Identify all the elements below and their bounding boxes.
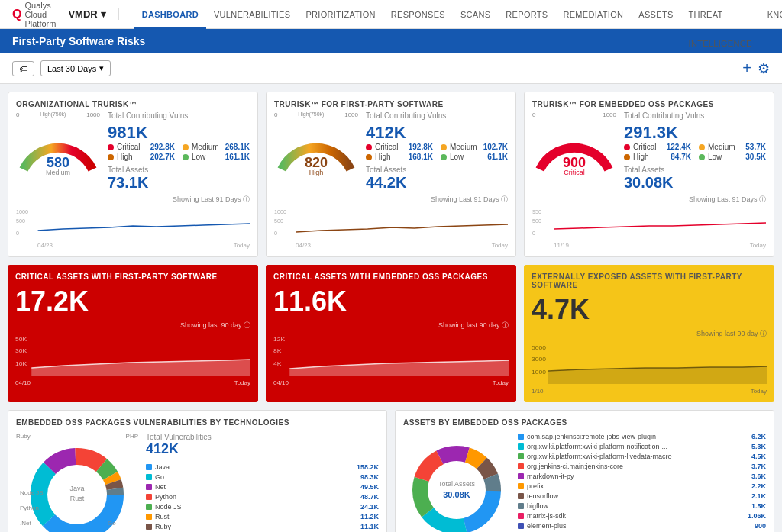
assets-oss-card: ASSETS BY EMBEDDED OSS PACKAGES <box>395 410 774 532</box>
external-first-title: EXTERNALLY EXPOSED ASSETS WITH FIRST-PAR… <box>532 272 767 289</box>
critical-oss-title: CRITICAL ASSETS WITH EMBEDDED OSS PACKAG… <box>273 272 509 281</box>
nav-item-responses[interactable]: RESPONSES <box>383 0 453 29</box>
fp-total-vulns-label: Total Contributing Vulns <box>366 111 508 120</box>
svg-text:50K: 50K <box>15 336 27 343</box>
total-vuln-val: 412K <box>146 441 379 457</box>
filter-actions: + ⚙ <box>742 60 770 77</box>
list-item: tensorflow2.1K <box>518 492 766 500</box>
list-item: org.xwiki.platform:xwiki-platform-liveda… <box>518 453 766 460</box>
oss-total-vulns-label: Total Contributing Vulns <box>624 111 766 120</box>
nav-item-scans[interactable]: SCANS <box>453 0 498 29</box>
fp-total-assets-label: Total Assets <box>366 166 508 174</box>
list-item: bigflow1.5K <box>518 502 766 510</box>
nav-item-threat-intelligence[interactable]: THREAT INTELLIGENCE <box>681 0 760 29</box>
svg-text:500: 500 <box>16 218 25 224</box>
legend-item: Go98.3K <box>146 473 379 481</box>
bottom-section: EMBEDDED OSS PACKAGES VULNERABILITIES BY… <box>8 410 774 532</box>
svg-text:0: 0 <box>16 231 19 236</box>
blue-bar: First-Party Software Risks <box>0 29 782 53</box>
external-first-value: 4.7K <box>532 294 767 326</box>
critical-oss-card: CRITICAL ASSETS WITH EMBEDDED OSS PACKAG… <box>266 265 516 402</box>
org-total-assets: 73.1K <box>108 174 250 192</box>
date-label: Last 30 Days <box>47 64 96 73</box>
list-item: matrix-js-sdk1.06K <box>518 512 766 520</box>
svg-text:1000: 1000 <box>274 209 286 214</box>
list-item: element-plus900 <box>518 522 766 530</box>
critical-first-party-card: CRITICAL ASSETS WITH FIRST-PARTY SOFTWAR… <box>8 265 258 402</box>
total-vuln-label: Total Vulnerabilities <box>146 433 379 441</box>
svg-text:8K: 8K <box>273 347 282 354</box>
org-trurisk-card: ORGANIZATIONAL TruRisk™ 0High(750k)1000 <box>8 92 258 257</box>
settings-button[interactable]: ⚙ <box>758 60 770 77</box>
oss-title: TruRisk™ FOR EMBEDDED OSS PACKAGES <box>532 100 766 108</box>
nav-item-reports[interactable]: REPORTS <box>498 0 555 29</box>
first-party-title: TruRisk™ FOR FIRST-PARTY SOFTWARE <box>274 100 508 108</box>
nav-item-vulnerabilities[interactable]: VULNERABILITIES <box>206 0 298 29</box>
svg-text:820: 820 <box>305 155 328 170</box>
page-title: First-Party Software Risks <box>12 35 145 47</box>
logo-q: Q <box>12 8 21 21</box>
list-item: markdown-it-py3.6K <box>518 472 766 480</box>
legend-item: Python48.7K <box>146 493 379 501</box>
oss-total-assets: 30.08K <box>624 174 766 192</box>
nav-item-assets[interactable]: ASSETS <box>631 0 680 29</box>
main-content: ORGANIZATIONAL TruRisk™ 0High(750k)1000 <box>0 84 782 532</box>
org-trurisk-title: ORGANIZATIONAL TruRisk™ <box>16 100 250 108</box>
add-widget-button[interactable]: + <box>742 60 751 77</box>
svg-text:High: High <box>309 169 324 176</box>
svg-text:Go: Go <box>108 520 116 527</box>
list-item: com.sap.jenkinsci:remote-jobs-view-plugi… <box>518 433 766 440</box>
legend-item: Ruby11.1K <box>146 523 379 530</box>
external-showing: Showing last 90 day ⓘ <box>532 329 767 339</box>
svg-text:Rust: Rust <box>70 495 85 502</box>
chevron-down-icon: ▾ <box>99 63 104 73</box>
svg-text:900: 900 <box>563 155 586 170</box>
legend-item: Net49.5K <box>146 483 379 491</box>
top-cards-row: ORGANIZATIONAL TruRisk™ 0High(750k)1000 <box>8 92 774 257</box>
legend-item: Rust11.2K <box>146 513 379 521</box>
legend-item: Java158.2K <box>146 463 379 471</box>
svg-text:Total Assets: Total Assets <box>438 480 476 488</box>
critical-oss-value: 11.6K <box>273 285 509 318</box>
org-total-assets-label: Total Assets <box>108 166 250 174</box>
tag-icon: 🏷 <box>19 64 27 73</box>
critical-first-showing: Showing last 90 day ⓘ <box>15 321 250 330</box>
svg-text:12K: 12K <box>273 336 286 343</box>
svg-text:500: 500 <box>532 218 541 224</box>
nav-item-prioritization[interactable]: PRIORITIZATION <box>298 0 383 29</box>
svg-text:500: 500 <box>274 218 283 224</box>
svg-text:4K: 4K <box>273 360 282 367</box>
date-filter-button[interactable]: Last 30 Days ▾ <box>40 60 111 76</box>
nav-item-dashboard[interactable]: DASHBOARD <box>134 0 206 29</box>
svg-text:3000: 3000 <box>532 356 546 363</box>
gauge-scale-label: 0High(750k)1000 <box>16 111 100 118</box>
svg-text:10K: 10K <box>15 360 27 367</box>
vmdr-selector[interactable]: VMDR ▾ <box>68 8 118 20</box>
vuln-tech-title: EMBEDDED OSS PACKAGES VULNERABILITIES BY… <box>16 418 379 427</box>
svg-text:Medium: Medium <box>46 169 70 176</box>
fp-total-vulns: 412K <box>366 123 508 143</box>
tag-filter-button[interactable]: 🏷 <box>12 61 34 76</box>
org-total-vulns: 981K <box>108 123 250 143</box>
nav-item-remediation[interactable]: REMEDIATION <box>555 0 631 29</box>
svg-text:Python: Python <box>20 505 39 511</box>
legend-item: Node JS24.1K <box>146 503 379 511</box>
svg-text:0: 0 <box>274 231 277 236</box>
fp-total-assets: 44.2K <box>366 174 508 192</box>
oss-trurisk-card: TruRisk™ FOR EMBEDDED OSS PACKAGES 01000… <box>524 92 774 257</box>
list-item: org.xwiki.platform:xwiki-platform-notifi… <box>518 443 766 450</box>
critical-oss-showing: Showing last 90 day ⓘ <box>273 321 509 330</box>
metric-cards-row: CRITICAL ASSETS WITH FIRST-PARTY SOFTWAR… <box>8 265 774 402</box>
vuln-tech-card: EMBEDDED OSS PACKAGES VULNERABILITIES BY… <box>8 410 387 532</box>
nav-item-knowledgebase[interactable]: KNOWLEDGEBASE <box>760 0 782 29</box>
list-item: org.jenkins-ci.main:jenkins-core3.7K <box>518 463 766 470</box>
external-first-card: EXTERNALLY EXPOSED ASSETS WITH FIRST-PAR… <box>524 265 774 402</box>
critical-first-title: CRITICAL ASSETS WITH FIRST-PARTY SOFTWAR… <box>15 272 250 281</box>
svg-text:5000: 5000 <box>532 344 546 351</box>
filter-bar: 🏷 Last 30 Days ▾ + ⚙ <box>0 53 782 84</box>
svg-text:950: 950 <box>532 209 541 214</box>
top-nav: Q Qualys Cloud Platform VMDR ▾ DASHBOARD… <box>0 0 782 29</box>
chevron-down-icon: ▾ <box>101 8 106 20</box>
svg-text:Java: Java <box>69 485 84 492</box>
critical-first-value: 17.2K <box>15 285 250 318</box>
